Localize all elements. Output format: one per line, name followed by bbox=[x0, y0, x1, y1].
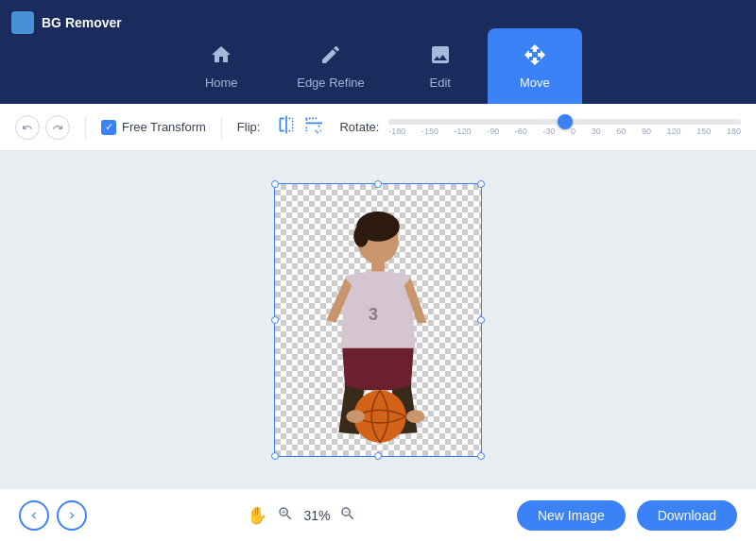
toolbar-separator-1 bbox=[85, 116, 86, 139]
edit-icon bbox=[429, 43, 452, 70]
handle-top-mid[interactable] bbox=[374, 180, 382, 188]
toolbar: ✓ Free Transform Flip: Rotate: -180 -150 bbox=[0, 104, 756, 151]
zoom-controls: ✋ 31% bbox=[247, 505, 356, 526]
handle-bottom-mid[interactable] bbox=[374, 452, 382, 460]
flip-vertical-button[interactable] bbox=[301, 113, 324, 141]
svg-rect-5 bbox=[381, 271, 390, 309]
undo-redo-group bbox=[15, 115, 70, 140]
flip-label: Flip: bbox=[237, 120, 261, 134]
flip-buttons bbox=[275, 113, 324, 141]
redo-button[interactable] bbox=[45, 115, 70, 140]
rotate-label: Rotate: bbox=[339, 120, 379, 134]
handle-mid-right[interactable] bbox=[477, 316, 485, 324]
svg-point-8 bbox=[346, 410, 365, 423]
free-transform-control[interactable]: ✓ Free Transform bbox=[101, 120, 206, 135]
svg-point-2 bbox=[353, 224, 369, 246]
prev-button[interactable] bbox=[19, 500, 49, 531]
handle-mid-left[interactable] bbox=[271, 316, 279, 324]
zoom-in-icon[interactable] bbox=[277, 505, 294, 526]
hand-tool-icon[interactable]: ✋ bbox=[247, 505, 267, 526]
app-logo-icon bbox=[11, 11, 34, 34]
action-buttons: New Image Download bbox=[517, 500, 737, 531]
home-icon bbox=[210, 43, 232, 70]
handle-top-right[interactable] bbox=[477, 180, 485, 188]
person-image: 3 bbox=[275, 184, 481, 456]
rotate-slider-container: -180 -150 -120 -90 -60 -30 0 30 60 90 12… bbox=[388, 119, 741, 136]
move-icon bbox=[524, 43, 546, 70]
svg-point-9 bbox=[406, 410, 425, 423]
handle-bottom-right[interactable] bbox=[477, 452, 485, 460]
svg-rect-4 bbox=[366, 271, 375, 309]
download-button[interactable]: Download bbox=[637, 500, 737, 531]
svg-text:3: 3 bbox=[369, 305, 378, 324]
tab-move[interactable]: Move bbox=[488, 28, 582, 104]
toolbar-separator-2 bbox=[221, 116, 222, 139]
next-button[interactable] bbox=[57, 500, 87, 531]
free-transform-label: Free Transform bbox=[122, 120, 206, 134]
tab-home[interactable]: Home bbox=[174, 28, 268, 104]
app-logo: BG Remover bbox=[11, 11, 122, 34]
handle-bottom-left[interactable] bbox=[271, 452, 279, 460]
tab-edit-label: Edit bbox=[430, 76, 451, 90]
tab-edit[interactable]: Edit bbox=[393, 28, 488, 104]
bottom-bar: ✋ 31% New Image Download bbox=[0, 488, 756, 541]
zoom-percent: 31% bbox=[303, 508, 330, 523]
tab-edge-refine[interactable]: Edge Refine bbox=[268, 28, 393, 104]
undo-button[interactable] bbox=[15, 115, 40, 140]
handle-top-left[interactable] bbox=[271, 180, 279, 188]
nav-arrows bbox=[19, 500, 87, 531]
new-image-button[interactable]: New Image bbox=[517, 500, 626, 531]
zoom-out-icon[interactable] bbox=[339, 505, 356, 526]
edge-refine-icon bbox=[319, 43, 342, 70]
tab-home-label: Home bbox=[205, 76, 238, 90]
canvas-area: 3 bbox=[0, 151, 756, 488]
rotate-track bbox=[388, 119, 741, 125]
tab-edge-refine-label: Edge Refine bbox=[297, 76, 365, 90]
app-header: BG Remover Home Edge Refine bbox=[0, 0, 756, 104]
free-transform-checkbox[interactable]: ✓ bbox=[101, 120, 116, 135]
image-frame[interactable]: 3 bbox=[274, 183, 482, 457]
tab-move-label: Move bbox=[520, 76, 550, 90]
rotate-thumb[interactable] bbox=[558, 114, 573, 129]
flip-horizontal-button[interactable] bbox=[275, 113, 298, 141]
rotate-section: Rotate: -180 -150 -120 -90 -60 -30 0 30 … bbox=[339, 119, 741, 136]
app-title: BG Remover bbox=[42, 15, 122, 30]
